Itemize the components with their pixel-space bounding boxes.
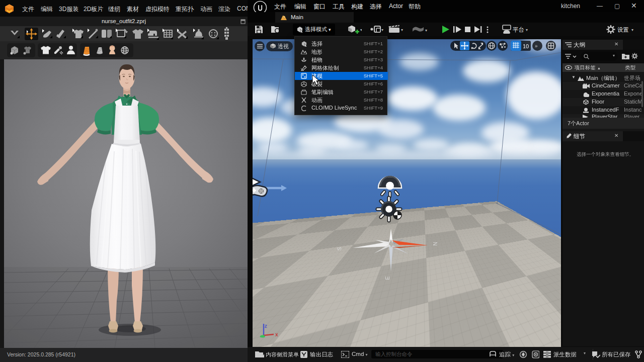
svg-text:▾: ▾: [360, 28, 362, 32]
svg-text:x: x: [275, 332, 278, 337]
svg-text:z: z: [265, 323, 267, 329]
svg-text:S: S: [336, 247, 343, 251]
svg-text:E: E: [384, 276, 390, 280]
svg-text:平台: 平台: [513, 27, 524, 33]
svg-text:▾: ▾: [425, 28, 427, 33]
svg-text:设置: 设置: [617, 27, 629, 33]
svg-text:▾: ▾: [381, 28, 383, 32]
svg-text:N: N: [432, 242, 438, 246]
svg-text:»: »: [535, 43, 538, 49]
svg-text:▾: ▾: [526, 28, 528, 32]
svg-text:10: 10: [523, 43, 529, 49]
svg-text:▾: ▾: [401, 28, 403, 32]
svg-text:▾: ▾: [631, 28, 633, 32]
